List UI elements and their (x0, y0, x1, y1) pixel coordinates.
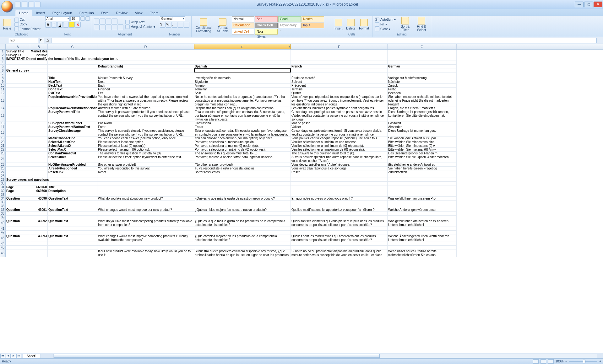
cut-button[interactable]: Cut (14, 18, 41, 22)
window-title: SurveyTexts-229752-03212013020108.xlsx -… (41, 2, 574, 7)
copy-icon (14, 22, 19, 27)
redo-icon[interactable] (28, 2, 34, 7)
insert-cells-icon (335, 19, 342, 26)
comma-icon[interactable]: , (172, 22, 177, 28)
align-center-icon[interactable] (100, 24, 106, 30)
fill-color-icon[interactable] (69, 22, 75, 28)
delete-cells-icon (347, 19, 355, 26)
style-cell-input[interactable]: Input (302, 23, 324, 28)
fill-icon (375, 22, 379, 27)
percent-icon[interactable]: % (166, 22, 171, 28)
style-cell-linkedcell[interactable]: Linked Cell (232, 29, 254, 35)
tab-team[interactable]: Team (146, 10, 162, 16)
clear-icon (375, 27, 379, 31)
increase-indent-icon[interactable] (118, 24, 123, 30)
align-right-icon[interactable] (106, 24, 111, 30)
autosum-button[interactable]: ΣAutoSum ▾ (374, 18, 396, 22)
style-cell-normal[interactable]: Normal (232, 16, 254, 22)
orientation-icon[interactable] (112, 19, 117, 24)
tab-page-layout[interactable]: Page Layout (49, 10, 76, 16)
align-bottom-icon[interactable] (106, 19, 111, 24)
style-cell-good[interactable]: Good (278, 16, 301, 22)
wrap-text-icon (125, 20, 130, 24)
save-icon[interactable] (15, 2, 21, 7)
grow-font-icon[interactable] (80, 16, 85, 21)
underline-icon[interactable]: U (57, 22, 63, 28)
shrink-font-icon[interactable] (85, 16, 90, 21)
tab-view[interactable]: View (131, 10, 146, 16)
maximize-button[interactable]: ▢ (584, 2, 593, 7)
conditional-formatting-icon (200, 18, 207, 26)
namebox-dropdown[interactable]: ▾ (40, 38, 44, 43)
formula-input[interactable] (51, 38, 597, 43)
number-format-select[interactable]: General (160, 16, 185, 21)
fx-icon[interactable]: fx (46, 39, 49, 42)
quick-access-toolbar (15, 2, 41, 7)
office-button[interactable] (1, 1, 13, 13)
copy-button[interactable]: Copy (14, 22, 41, 27)
conditional-formatting-button[interactable]: Conditional Formatting (193, 18, 214, 34)
align-top-icon[interactable] (94, 19, 100, 24)
merge-icon (125, 24, 130, 29)
formula-bar: E6 ▾ fx (0, 37, 603, 44)
style-cell-neutral[interactable]: Neutral (302, 16, 324, 22)
undo-icon[interactable] (22, 2, 27, 7)
style-cell-calculation[interactable]: Calculation (232, 23, 254, 28)
tab-home[interactable]: Home (15, 10, 32, 16)
ribbon-tabs: HomeInsertPage LayoutFormulasDataReviewV… (0, 9, 603, 16)
format-as-table-icon (219, 18, 226, 26)
sigma-icon: Σ (375, 18, 379, 22)
fill-button[interactable]: Fill ▾ (374, 22, 396, 27)
tab-formulas[interactable]: Formulas (76, 10, 98, 16)
qat-dropdown-icon[interactable] (35, 2, 41, 7)
style-cell-explanatory[interactable]: Explanatory ... (278, 23, 301, 28)
tab-data[interactable]: Data (97, 10, 112, 16)
sort-filter-icon (401, 17, 409, 24)
style-cell-checkcell[interactable]: Check Cell (255, 23, 278, 28)
paste-icon (3, 19, 11, 26)
name-box[interactable]: E6 (9, 38, 38, 43)
clear-button[interactable]: Clear ▾ (374, 27, 396, 31)
format-as-table-button[interactable]: Format as Table (215, 18, 231, 34)
delete-cells-button[interactable]: Delete (345, 18, 356, 31)
tab-insert[interactable]: Insert (32, 10, 49, 16)
font-name-select[interactable]: Arial (45, 16, 70, 21)
paste-button[interactable]: Paste (2, 18, 13, 31)
find-select-button[interactable]: Find & Select (414, 16, 429, 32)
bold-icon[interactable]: B (45, 22, 51, 28)
font-size-select[interactable]: 10 (70, 16, 80, 21)
format-cells-icon (360, 19, 368, 26)
decrease-decimal-icon[interactable] (184, 22, 189, 28)
increase-decimal-icon[interactable] (178, 22, 183, 28)
style-cell-note[interactable]: Note (255, 29, 278, 35)
format-cells-button[interactable]: Format (358, 18, 370, 31)
find-icon (418, 17, 425, 24)
titlebar: SurveyTexts-229752-03212013020108.xlsx -… (0, 0, 603, 9)
format-painter-button[interactable]: Format Painter (14, 27, 41, 31)
italic-icon[interactable]: I (51, 22, 57, 28)
tab-review[interactable]: Review (112, 10, 131, 16)
insert-cells-button[interactable]: Insert (333, 18, 344, 31)
merge-center-button[interactable]: Merge & Center ▾ (125, 24, 156, 29)
align-middle-icon[interactable] (100, 19, 106, 24)
align-left-icon[interactable] (94, 24, 100, 30)
cell-styles-gallery[interactable]: NormalBadGoodNeutralCalculationCheck Cel… (232, 16, 329, 35)
cut-icon (14, 18, 19, 22)
decrease-indent-icon[interactable] (112, 24, 117, 30)
minimize-button[interactable]: — (575, 2, 584, 7)
close-button[interactable]: ✕ (594, 2, 602, 7)
sort-filter-button[interactable]: Sort & Filter (398, 16, 413, 32)
format-painter-icon (14, 27, 19, 31)
style-cell-bad[interactable]: Bad (255, 16, 278, 22)
wrap-text-button[interactable]: Wrap Text (125, 20, 156, 24)
currency-icon[interactable]: $ (160, 22, 166, 28)
border-icon[interactable] (63, 22, 69, 28)
ribbon: Paste Cut Copy Format Painter Clipboard … (0, 16, 603, 37)
